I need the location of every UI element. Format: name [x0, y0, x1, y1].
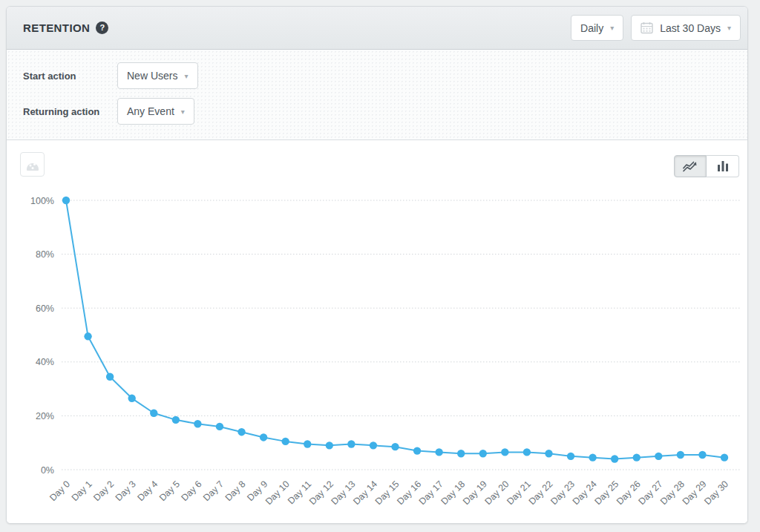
data-point[interactable]: [611, 455, 618, 462]
returning-action-label: Returning action: [23, 106, 117, 117]
data-point[interactable]: [260, 433, 267, 441]
x-axis-tick-label: Day 10: [263, 479, 292, 507]
data-point[interactable]: [172, 416, 180, 424]
retention-line: [66, 200, 724, 459]
data-point[interactable]: [677, 451, 684, 459]
retention-report-card: RETENTION ? Daily ▾: [6, 6, 748, 524]
x-axis-tick-label: Day 8: [223, 479, 248, 503]
x-axis-tick-label: Day 0: [48, 479, 72, 503]
y-axis-tick-label: 20%: [36, 411, 54, 421]
data-point[interactable]: [589, 453, 596, 461]
x-axis-tick-label: Day 29: [681, 479, 709, 507]
chart-options-button[interactable]: [20, 152, 45, 177]
bar-chart-toggle-button[interactable]: [707, 155, 739, 177]
x-axis-tick-label: Day 1: [70, 479, 94, 503]
x-axis-tick-label: Day 27: [637, 479, 665, 507]
returning-action-dropdown[interactable]: Any Event ▾: [117, 98, 194, 125]
data-point[interactable]: [479, 450, 487, 457]
x-axis-tick-label: Day 23: [548, 479, 577, 507]
x-axis-tick-label: Day 21: [505, 479, 533, 507]
interval-value: Daily: [580, 22, 603, 34]
data-point[interactable]: [194, 420, 201, 427]
data-point[interactable]: [128, 395, 136, 402]
page-title: RETENTION: [23, 22, 90, 34]
x-axis-tick-label: Day 2: [91, 479, 116, 503]
data-point[interactable]: [655, 453, 662, 460]
x-axis-tick-label: Day 17: [417, 479, 445, 507]
x-axis-tick-label: Day 30: [702, 479, 730, 507]
y-axis-tick-label: 80%: [36, 249, 54, 260]
data-point[interactable]: [62, 197, 70, 204]
caret-down-icon: ▾: [610, 24, 614, 32]
data-point[interactable]: [84, 332, 91, 340]
x-axis-tick-label: Day 6: [180, 479, 204, 503]
x-axis-tick-label: Day 16: [395, 479, 423, 507]
x-axis-tick-label: Day 22: [527, 479, 555, 507]
data-point[interactable]: [238, 428, 245, 436]
x-axis-tick-label: Day 24: [571, 479, 599, 507]
header: RETENTION ? Daily ▾: [7, 7, 747, 50]
data-point[interactable]: [567, 453, 574, 460]
data-point[interactable]: [457, 450, 465, 457]
y-axis-tick-label: 40%: [36, 357, 54, 367]
calendar-icon: [641, 22, 653, 34]
start-action-dropdown[interactable]: New Users ▾: [117, 62, 198, 89]
returning-action-row: Returning action Any Event ▾: [23, 98, 747, 125]
x-axis-tick-label: Day 4: [135, 479, 160, 503]
x-axis-tick-label: Day 25: [592, 479, 620, 507]
x-axis-tick-label: Day 3: [114, 479, 138, 503]
chart-panel: 0%20%40%60%80%100%Day 0Day 1Day 2Day 3Da…: [7, 140, 747, 523]
filters-section: Start action New Users ▾ Returning actio…: [7, 50, 747, 140]
line-chart-toggle-button[interactable]: [674, 155, 707, 177]
returning-action-value: Any Event: [127, 105, 174, 117]
caret-down-icon: ▾: [181, 108, 185, 116]
data-point[interactable]: [150, 410, 157, 417]
x-axis-tick-label: Day 20: [483, 479, 511, 507]
y-axis-tick-label: 0%: [41, 465, 54, 476]
caret-down-icon: ▾: [184, 72, 188, 80]
interval-dropdown[interactable]: Daily ▾: [571, 15, 623, 41]
data-point[interactable]: [698, 451, 706, 459]
line-chart-icon: [682, 160, 698, 173]
data-point[interactable]: [501, 448, 508, 456]
date-range-dropdown[interactable]: Last 30 Days ▾: [631, 15, 741, 41]
start-action-row: Start action New Users ▾: [23, 62, 747, 89]
start-action-label: Start action: [23, 70, 117, 82]
x-axis-tick-label: Day 5: [157, 479, 182, 503]
y-axis-tick-label: 60%: [36, 303, 54, 314]
x-axis-tick-label: Day 18: [439, 479, 467, 507]
x-axis-tick-label: Day 12: [307, 479, 335, 507]
data-point[interactable]: [281, 438, 289, 445]
data-point[interactable]: [391, 443, 399, 450]
data-point[interactable]: [326, 441, 333, 449]
data-point[interactable]: [216, 423, 223, 430]
x-axis-tick-label: Day 15: [373, 479, 402, 507]
x-axis-tick-label: Day 26: [615, 479, 643, 507]
data-point[interactable]: [370, 441, 377, 449]
data-point[interactable]: [721, 453, 728, 461]
retention-line-chart[interactable]: 0%20%40%60%80%100%Day 0Day 1Day 2Day 3Da…: [7, 140, 748, 523]
pie-icon: [25, 158, 40, 171]
data-point[interactable]: [523, 448, 531, 456]
bar-chart-icon: [716, 160, 730, 172]
data-point[interactable]: [347, 440, 355, 447]
data-point[interactable]: [633, 453, 641, 461]
caret-down-icon: ▾: [727, 24, 731, 32]
data-point[interactable]: [106, 373, 114, 381]
x-axis-tick-label: Day 13: [330, 479, 358, 507]
date-range-value: Last 30 Days: [660, 22, 721, 34]
y-axis-tick-label: 100%: [30, 196, 54, 206]
help-icon[interactable]: ?: [96, 22, 108, 34]
x-axis-tick-label: Day 7: [201, 479, 226, 503]
x-axis-tick-label: Day 14: [351, 479, 379, 507]
header-controls: Daily ▾ Last 30 Days: [571, 15, 741, 41]
data-point[interactable]: [304, 440, 311, 447]
x-axis-tick-label: Day 19: [461, 479, 489, 507]
x-axis-tick-label: Day 28: [658, 479, 687, 507]
data-point[interactable]: [435, 448, 442, 456]
start-action-value: New Users: [127, 70, 177, 82]
chart-type-toggle: [674, 155, 739, 177]
title-wrap: RETENTION ?: [23, 22, 108, 34]
data-point[interactable]: [413, 447, 421, 454]
data-point[interactable]: [545, 450, 552, 457]
